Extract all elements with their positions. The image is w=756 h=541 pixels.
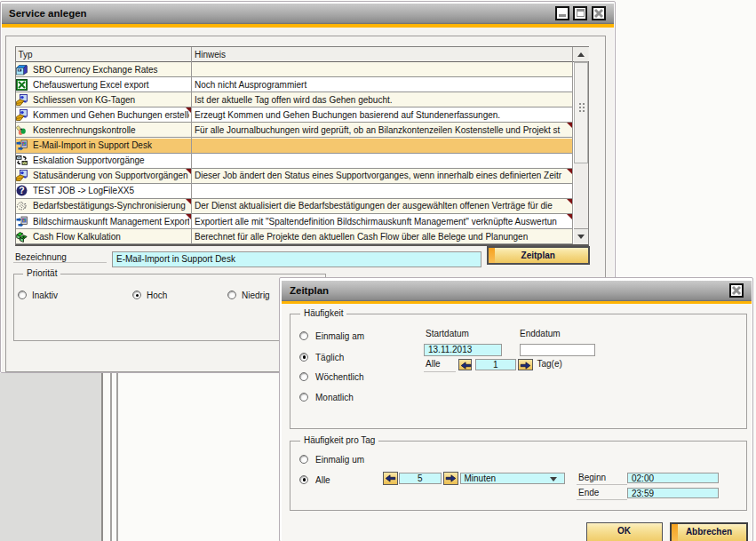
svg-text:?: ? xyxy=(19,185,24,195)
